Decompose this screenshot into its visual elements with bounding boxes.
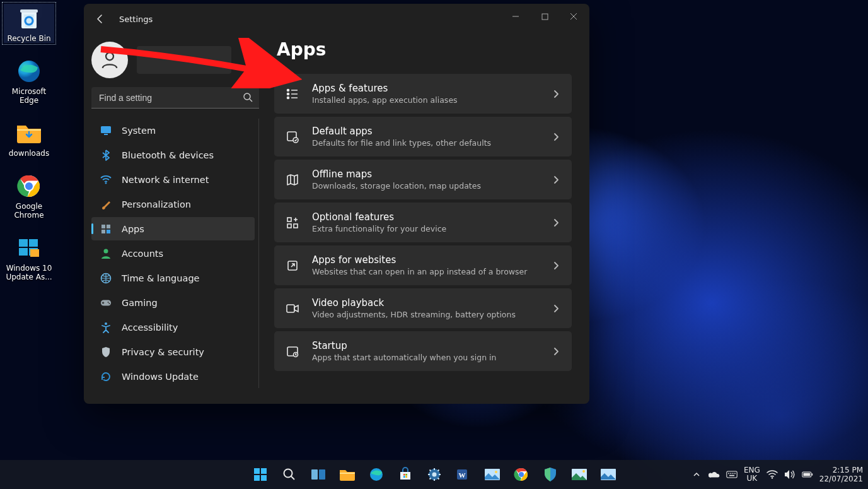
taskbar-store[interactable] <box>393 462 418 487</box>
tray-chevron-up[interactable] <box>691 469 702 480</box>
maximize-button[interactable] <box>530 6 559 27</box>
svg-rect-20 <box>107 230 110 233</box>
sidebar-item-label: System <box>122 126 156 136</box>
settings-card-default-apps[interactable]: Default appsDefaults for file and link t… <box>274 117 572 156</box>
window-title: Settings <box>119 15 153 24</box>
taskbar-word[interactable]: W <box>451 462 476 487</box>
desktop-icon-recycle-bin[interactable]: Recycle Bin <box>4 4 54 43</box>
clock[interactable]: 2:15 PM 22/07/2021 <box>819 466 863 483</box>
keyboard-icon[interactable] <box>726 469 738 480</box>
desktop-icon-label: Windows 10 Update As... <box>4 264 54 281</box>
sidebar-item-label: Accessibility <box>122 322 178 333</box>
settings-card-apps-for-websites[interactable]: Apps for websitesWebsites that can open … <box>274 245 572 285</box>
search-input[interactable] <box>91 87 259 109</box>
close-button[interactable] <box>559 6 588 27</box>
sidebar-item-label: Network & internet <box>122 175 209 185</box>
desktop-icon-chrome[interactable]: Google Chrome <box>4 172 54 220</box>
taskbar-snip[interactable] <box>567 462 592 487</box>
sidebar-item-label: Personalization <box>122 199 191 209</box>
taskbar-search[interactable] <box>277 462 302 487</box>
gear-icon <box>427 467 442 482</box>
svg-rect-14 <box>101 126 111 133</box>
svg-rect-66 <box>732 473 734 474</box>
sidebar-item-accessibility[interactable]: Accessibility <box>91 315 255 339</box>
word-icon: W <box>456 467 471 482</box>
sidebar-item-apps[interactable]: Apps <box>91 217 255 240</box>
card-title: Apps for websites <box>312 254 539 266</box>
gamepad-icon <box>100 297 112 309</box>
svg-rect-41 <box>254 475 260 481</box>
sidebar-item-windows-update[interactable]: Windows Update <box>91 365 255 388</box>
settings-card-apps-features[interactable]: Apps & featuresInstalled apps, app execu… <box>274 74 572 114</box>
chevron-right-icon <box>552 133 560 141</box>
taskbar-photos[interactable] <box>480 462 505 487</box>
language-line2: UK <box>744 474 760 483</box>
task-view-button[interactable] <box>306 462 331 487</box>
sidebar-item-privacy-security[interactable]: Privacy & security <box>91 340 255 363</box>
svg-rect-45 <box>319 469 325 480</box>
taskbar-file-explorer[interactable] <box>335 462 360 487</box>
sidebar-item-bluetooth-devices[interactable]: Bluetooth & devices <box>91 143 255 167</box>
card-title: Startup <box>312 340 539 351</box>
taskbar-center: W <box>248 462 621 487</box>
desktop-icon-downloads[interactable]: downloads <box>4 119 54 158</box>
shield-icon <box>543 467 557 482</box>
update-icon <box>100 371 112 382</box>
settings-card-startup[interactable]: StartupApps that start automatically whe… <box>274 331 572 371</box>
clock-time: 2:15 PM <box>819 466 863 474</box>
settings-card-optional-features[interactable]: Optional featuresExtra functionality for… <box>274 203 572 242</box>
minimize-button[interactable] <box>501 6 530 27</box>
chrome-icon <box>14 172 43 201</box>
folder-icon <box>339 468 356 481</box>
brush-icon <box>100 199 112 210</box>
onedrive-icon[interactable] <box>709 469 720 480</box>
svg-point-26 <box>105 322 107 325</box>
default-apps-icon <box>286 130 299 144</box>
desktop-icon-windows-update[interactable]: Windows 10 Update As... <box>4 233 54 281</box>
taskbar-security[interactable] <box>538 462 563 487</box>
card-subtitle: Installed apps, app execution aliases <box>312 95 539 105</box>
chevron-right-icon <box>552 90 560 98</box>
volume-icon[interactable] <box>784 469 796 480</box>
svg-rect-48 <box>403 474 405 476</box>
settings-card-offline-maps[interactable]: Offline mapsDownloads, storage location,… <box>274 160 572 199</box>
chevron-right-icon <box>552 347 560 356</box>
taskbar-settings[interactable] <box>422 462 447 487</box>
card-subtitle: Websites that can open in an app instead… <box>312 267 539 276</box>
sidebar-item-label: Bluetooth & devices <box>122 150 214 160</box>
store-icon <box>398 467 413 482</box>
sidebar-item-label: Gaming <box>122 298 158 308</box>
language-indicator[interactable]: ENG UK <box>744 466 760 483</box>
person-icon <box>99 49 120 71</box>
chevron-right-icon <box>552 304 560 313</box>
card-subtitle: Apps that start automatically when you s… <box>312 353 539 362</box>
desktop-icon-edge[interactable]: Microsoft Edge <box>4 57 54 105</box>
sidebar-item-accounts[interactable]: Accounts <box>91 242 255 265</box>
picture-icon <box>600 468 616 481</box>
wifi-icon[interactable] <box>767 469 778 480</box>
edge-icon <box>369 467 384 482</box>
sidebar-item-gaming[interactable]: Gaming <box>91 291 255 314</box>
back-button[interactable] <box>93 11 108 27</box>
profile-block[interactable] <box>91 42 259 78</box>
card-title: Optional features <box>312 211 539 223</box>
sidebar-item-personalization[interactable]: Personalization <box>91 192 255 216</box>
battery-icon[interactable] <box>802 469 813 480</box>
chevron-right-icon <box>552 90 560 98</box>
svg-point-57 <box>495 471 497 473</box>
picture-icon <box>484 468 501 481</box>
svg-point-16 <box>105 182 107 184</box>
close-icon <box>570 13 577 20</box>
svg-rect-6 <box>19 239 28 247</box>
sidebar-item-time-language[interactable]: Time & language <box>91 266 255 290</box>
svg-rect-49 <box>405 474 407 476</box>
taskbar-gallery[interactable] <box>596 462 621 487</box>
sidebar-item-system[interactable]: System <box>91 119 255 142</box>
sidebar-item-network-internet[interactable]: Network & internet <box>91 168 255 191</box>
svg-point-69 <box>772 477 773 478</box>
settings-card-video-playback[interactable]: Video playbackVideo adjustments, HDR str… <box>274 288 572 328</box>
taskbar-edge[interactable] <box>364 462 389 487</box>
svg-rect-63 <box>727 471 737 478</box>
start-button[interactable] <box>248 462 273 487</box>
taskbar-chrome[interactable] <box>509 462 534 487</box>
